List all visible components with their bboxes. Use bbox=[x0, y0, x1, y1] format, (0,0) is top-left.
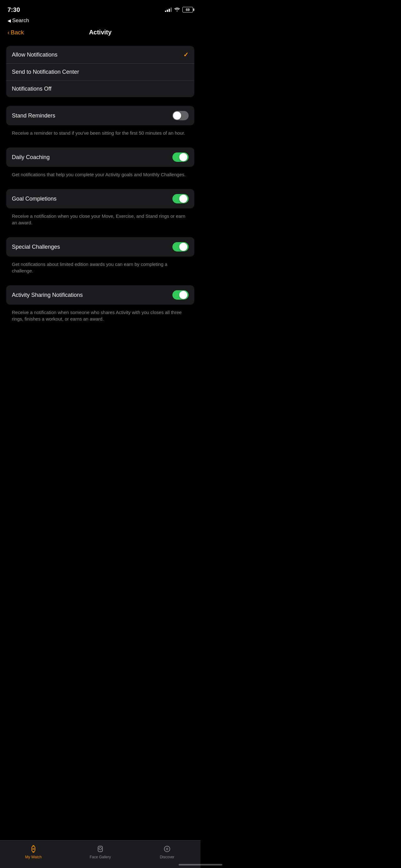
allow-notifications-label: Allow Notifications bbox=[12, 52, 58, 58]
activity-sharing-group: Activity Sharing Notifications Receive a… bbox=[6, 285, 194, 327]
goal-completions-row: Goal Completions bbox=[6, 189, 194, 208]
send-to-notification-center-item[interactable]: Send to Notification Center bbox=[6, 64, 194, 81]
toggle-knob bbox=[179, 153, 188, 161]
content: Allow Notifications ✓ Send to Notificati… bbox=[0, 41, 201, 370]
daily-coaching-description: Get notifications that help you complete… bbox=[6, 169, 194, 182]
toggle-knob bbox=[179, 243, 188, 251]
allow-notifications-check: ✓ bbox=[183, 51, 189, 58]
toggle-knob bbox=[173, 112, 181, 120]
toggle-knob bbox=[179, 291, 188, 299]
goal-completions-group: Goal Completions Receive a notification … bbox=[6, 189, 194, 230]
wifi-icon bbox=[174, 7, 180, 12]
daily-coaching-toggle[interactable] bbox=[172, 153, 189, 162]
toggle-knob bbox=[179, 195, 188, 203]
stand-reminders-group: Stand Reminders Receive a reminder to st… bbox=[6, 106, 194, 141]
special-challenges-label: Special Challenges bbox=[12, 244, 60, 250]
activity-sharing-card: Activity Sharing Notifications bbox=[6, 285, 194, 305]
search-back-label: ◀ Search bbox=[0, 17, 201, 26]
battery-icon: 69 bbox=[182, 7, 193, 12]
chevron-left-icon: ‹ bbox=[7, 29, 9, 36]
stand-reminders-description: Receive a reminder to stand if you've be… bbox=[6, 127, 194, 141]
special-challenges-row: Special Challenges bbox=[6, 237, 194, 256]
daily-coaching-group: Daily Coaching Get notifications that he… bbox=[6, 148, 194, 182]
notifications-off-item[interactable]: Notifications Off bbox=[6, 81, 194, 97]
stand-reminders-row: Stand Reminders bbox=[6, 106, 194, 125]
special-challenges-card: Special Challenges bbox=[6, 237, 194, 256]
goal-completions-toggle[interactable] bbox=[172, 194, 189, 204]
activity-sharing-label: Activity Sharing Notifications bbox=[12, 292, 83, 299]
back-button[interactable]: ‹ Back bbox=[7, 29, 24, 36]
bottom-spacer bbox=[6, 333, 194, 365]
daily-coaching-row: Daily Coaching bbox=[6, 148, 194, 167]
allow-notifications-item[interactable]: Allow Notifications ✓ bbox=[6, 46, 194, 64]
notification-type-section: Allow Notifications ✓ Send to Notificati… bbox=[6, 46, 194, 97]
stand-reminders-label: Stand Reminders bbox=[12, 113, 55, 119]
goal-completions-card: Goal Completions bbox=[6, 189, 194, 208]
activity-sharing-toggle[interactable] bbox=[172, 290, 189, 300]
nav-bar: ‹ Back Activity bbox=[0, 26, 201, 41]
daily-coaching-card: Daily Coaching bbox=[6, 148, 194, 167]
special-challenges-description: Get notifications about limited edition … bbox=[6, 258, 194, 278]
status-icons: 69 bbox=[165, 7, 193, 12]
special-challenges-group: Special Challenges Get notifications abo… bbox=[6, 237, 194, 278]
goal-completions-description: Receive a notification when you close yo… bbox=[6, 210, 194, 230]
goal-completions-label: Goal Completions bbox=[12, 195, 57, 202]
activity-sharing-row: Activity Sharing Notifications bbox=[6, 285, 194, 305]
stand-reminders-toggle[interactable] bbox=[172, 111, 189, 120]
daily-coaching-label: Daily Coaching bbox=[12, 154, 49, 161]
stand-reminders-card: Stand Reminders bbox=[6, 106, 194, 125]
page-title: Activity bbox=[89, 29, 111, 36]
activity-sharing-description: Receive a notification when someone who … bbox=[6, 307, 194, 327]
status-time: 7:30 bbox=[7, 6, 20, 13]
special-challenges-toggle[interactable] bbox=[172, 242, 189, 251]
notifications-off-label: Notifications Off bbox=[12, 86, 52, 92]
signal-icon bbox=[165, 7, 172, 12]
send-notification-center-label: Send to Notification Center bbox=[12, 69, 79, 75]
status-bar: 7:30 69 bbox=[0, 0, 201, 17]
